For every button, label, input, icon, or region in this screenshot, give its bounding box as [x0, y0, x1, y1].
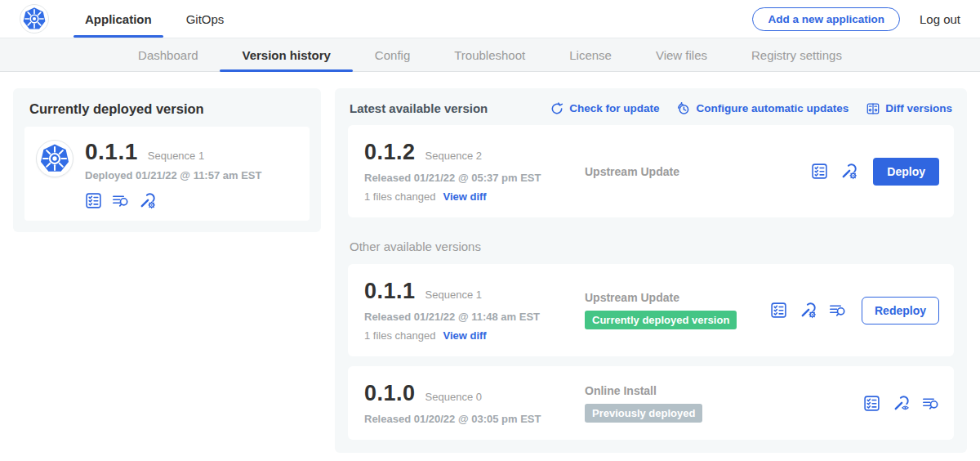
version-number: 0.1.2 [364, 140, 416, 165]
deployed-version-number: 0.1.1 [85, 140, 138, 163]
source-label: Upstream Update [585, 291, 770, 304]
add-application-button[interactable]: Add a new application [752, 7, 900, 31]
subnav-troubleshoot[interactable]: Troubleshoot [432, 38, 547, 71]
version-source: Upstream Update Currently deployed versi… [570, 291, 770, 329]
subnav-view-files[interactable]: View files [634, 38, 729, 71]
version-info: 0.1.2 Sequence 2 Released 01/21/22 @ 05:… [364, 140, 570, 203]
config-icon[interactable] [800, 302, 817, 319]
previously-deployed-badge: Previously deployed [585, 404, 702, 423]
released-timestamp: Released 01/21/22 @ 05:37 pm EST [364, 172, 570, 184]
subnav-version-history[interactable]: Version history [220, 38, 352, 71]
currently-deployed-badge: Currently deployed version [585, 311, 737, 329]
version-card-0-1-2: 0.1.2 Sequence 2 Released 01/21/22 @ 05:… [348, 125, 954, 217]
source-label: Upstream Update [585, 165, 811, 178]
released-timestamp: Released 01/21/22 @ 11:48 am EST [364, 311, 570, 323]
latest-available-title: Latest available version [350, 101, 488, 115]
preflight-checks-icon[interactable] [863, 395, 880, 412]
subnav-registry-settings[interactable]: Registry settings [729, 38, 864, 71]
released-timestamp: Released 01/20/22 @ 03:05 pm EST [364, 413, 570, 425]
diff-icon [866, 102, 880, 115]
version-number: 0.1.1 [364, 279, 416, 304]
version-actions-group [863, 395, 939, 412]
kubernetes-logo [20, 4, 49, 34]
main-content: Currently deployed version 0.1.1 Sequenc… [0, 72, 980, 461]
deploy-logs-icon[interactable] [112, 192, 129, 209]
app-subnav: Dashboard Version history Config Trouble… [0, 38, 980, 72]
view-config-icon[interactable] [893, 395, 910, 412]
deployed-sequence-label: Sequence 1 [148, 150, 204, 162]
currently-deployed-panel: Currently deployed version 0.1.1 Sequenc… [13, 88, 321, 232]
tab-gitops[interactable]: GitOps [175, 0, 236, 38]
preflight-checks-icon[interactable] [811, 163, 828, 180]
version-actions-group: Deploy [811, 158, 939, 186]
subnav-dashboard[interactable]: Dashboard [116, 38, 220, 71]
files-changed-label: 1 files changed [364, 329, 435, 342]
deployed-timestamp: Deployed 01/21/22 @ 11:57 am EST [85, 169, 261, 181]
version-info: 0.1.0 Sequence 0 Released 01/20/22 @ 03:… [364, 381, 570, 425]
app-logo [36, 140, 74, 177]
sequence-label: Sequence 1 [425, 289, 482, 301]
deployed-panel-title: Currently deployed version [29, 101, 305, 117]
view-diff-link[interactable]: View diff [443, 190, 486, 203]
configure-automatic-updates-label: Configure automatic updates [696, 102, 849, 114]
version-actions: Check for update Configure automatic upd… [550, 102, 952, 115]
logout-button[interactable]: Log out [920, 12, 960, 26]
diff-versions-link[interactable]: Diff versions [866, 102, 952, 115]
subnav-license[interactable]: License [547, 38, 634, 71]
preflight-checks-icon[interactable] [85, 192, 102, 209]
sequence-label: Sequence 0 [425, 391, 482, 403]
version-info: 0.1.1 Sequence 1 Released 01/21/22 @ 11:… [364, 279, 570, 342]
check-for-update-link[interactable]: Check for update [550, 102, 659, 115]
version-card-0-1-1: 0.1.1 Sequence 1 Released 01/21/22 @ 11:… [348, 264, 954, 356]
version-source: Online Install Previously deployed [570, 384, 863, 423]
files-changed-label: 1 files changed [364, 190, 435, 203]
deployed-version-info: 0.1.1 Sequence 1 Deployed 01/21/22 @ 11:… [85, 140, 261, 209]
other-versions-title: Other available versions [350, 239, 952, 253]
deployed-version-card: 0.1.1 Sequence 1 Deployed 01/21/22 @ 11:… [24, 127, 310, 221]
deploy-logs-icon[interactable] [829, 302, 846, 319]
sequence-label: Sequence 2 [425, 150, 482, 162]
config-icon[interactable] [139, 192, 156, 209]
version-card-0-1-0: 0.1.0 Sequence 0 Released 01/20/22 @ 03:… [348, 366, 954, 440]
check-for-update-label: Check for update [569, 102, 659, 114]
deploy-logs-icon[interactable] [922, 395, 939, 412]
version-actions-group: Redeploy [770, 297, 939, 324]
app-header: Application GitOps Add a new application… [0, 0, 980, 38]
header-tabs: Application GitOps [74, 0, 247, 38]
version-number: 0.1.0 [364, 381, 416, 406]
tab-application[interactable]: Application [74, 0, 163, 38]
version-source: Upstream Update [570, 165, 811, 178]
preflight-checks-icon[interactable] [770, 302, 787, 319]
header-actions: Add a new application Log out [752, 7, 960, 31]
schedule-update-icon [677, 102, 690, 115]
refresh-icon [550, 102, 564, 115]
config-icon[interactable] [840, 163, 858, 180]
deploy-button[interactable]: Deploy [873, 158, 939, 186]
redeploy-button[interactable]: Redeploy [862, 297, 939, 324]
configure-automatic-updates-link[interactable]: Configure automatic updates [677, 102, 849, 115]
available-versions-panel: Latest available version Check for updat… [335, 88, 967, 453]
source-label: Online Install [585, 384, 863, 397]
subnav-config[interactable]: Config [353, 38, 432, 71]
diff-versions-label: Diff versions [885, 102, 952, 114]
view-diff-link[interactable]: View diff [443, 329, 486, 342]
